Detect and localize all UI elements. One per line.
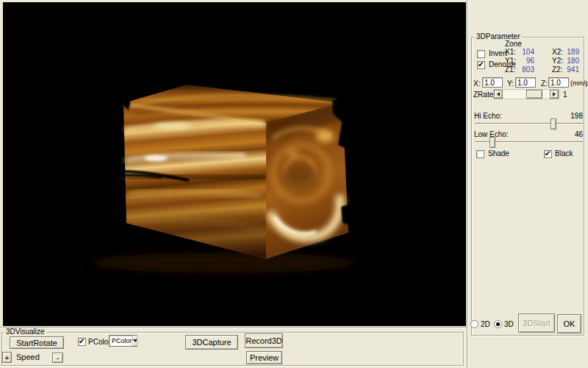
pcolor-dropdown-arrow-icon[interactable] <box>132 336 137 346</box>
z-scale-input[interactable] <box>548 77 569 88</box>
preview-button[interactable]: Preview <box>246 351 282 364</box>
speed-minus-button[interactable]: - <box>52 353 63 363</box>
speed-label: Speed <box>16 353 40 361</box>
zrate-right-arrow-icon[interactable] <box>550 90 559 99</box>
mode-2d-radio[interactable] <box>470 320 478 328</box>
zrate-value: 1 <box>563 91 567 99</box>
y-scale-input[interactable] <box>515 77 536 88</box>
zone-x1-value: 104 <box>512 48 534 56</box>
start-rotate-button[interactable]: StartRotate <box>10 336 64 349</box>
zone-z1-value: 803 <box>512 66 534 74</box>
zone-x2-value: 189 <box>557 48 579 56</box>
zone-z2-value: 941 <box>557 66 579 74</box>
x-scale-input[interactable] <box>482 77 503 88</box>
black-label: Black <box>555 149 573 158</box>
mode-2d-label: 2D <box>481 320 490 328</box>
low-echo-thumb[interactable] <box>490 137 495 148</box>
z-scale-label: Z: <box>541 79 548 88</box>
zone-y1-value: 96 <box>512 57 534 65</box>
hi-echo-label: Hi Echo: <box>474 112 502 120</box>
hi-echo-thumb[interactable] <box>551 118 556 130</box>
denoise-checkbox[interactable] <box>477 61 485 69</box>
invert-checkbox[interactable] <box>477 50 485 58</box>
shade-checkbox[interactable] <box>476 150 484 158</box>
record-button[interactable]: Record3D <box>245 333 283 348</box>
start3d-button: 3DStart <box>518 314 555 333</box>
zone-title: Zone <box>505 40 522 48</box>
mode-3d-radio[interactable] <box>494 320 502 328</box>
pcolor-checkbox[interactable] <box>78 338 86 346</box>
pcolor-label: PColor <box>88 338 111 346</box>
ok-button[interactable]: OK <box>557 314 581 333</box>
y-scale-label: Y: <box>507 79 514 88</box>
scale-unit-label: (mm/p) <box>570 79 588 87</box>
render-viewport[interactable] <box>3 2 466 326</box>
pcolor-dropdown-value: PColor <box>110 337 132 344</box>
zrate-label: ZRate <box>473 91 493 99</box>
mode-3d-label: 3D <box>504 320 514 328</box>
panel-divider-horizontal <box>0 327 467 328</box>
shade-label: Shade <box>488 149 509 158</box>
hi-echo-value: 198 <box>559 112 583 120</box>
zone-y2-value: 180 <box>557 57 579 65</box>
pcolor-dropdown[interactable]: PColor <box>109 335 137 347</box>
black-checkbox[interactable] <box>544 150 552 158</box>
zrate-scrollbar[interactable] <box>493 89 559 99</box>
panel-divider-vertical <box>467 0 467 368</box>
hi-echo-track[interactable] <box>475 123 583 124</box>
volume-render <box>3 2 466 326</box>
speed-plus-button[interactable]: + <box>2 352 12 363</box>
capture-button[interactable]: 3DCapture <box>185 335 238 350</box>
zrate-left-arrow-icon[interactable] <box>494 90 503 99</box>
low-echo-value: 46 <box>559 130 583 138</box>
visualize-group-title: 3DVisualize <box>4 328 47 336</box>
x-scale-label: X: <box>473 79 480 88</box>
zrate-thumb[interactable] <box>526 90 542 99</box>
